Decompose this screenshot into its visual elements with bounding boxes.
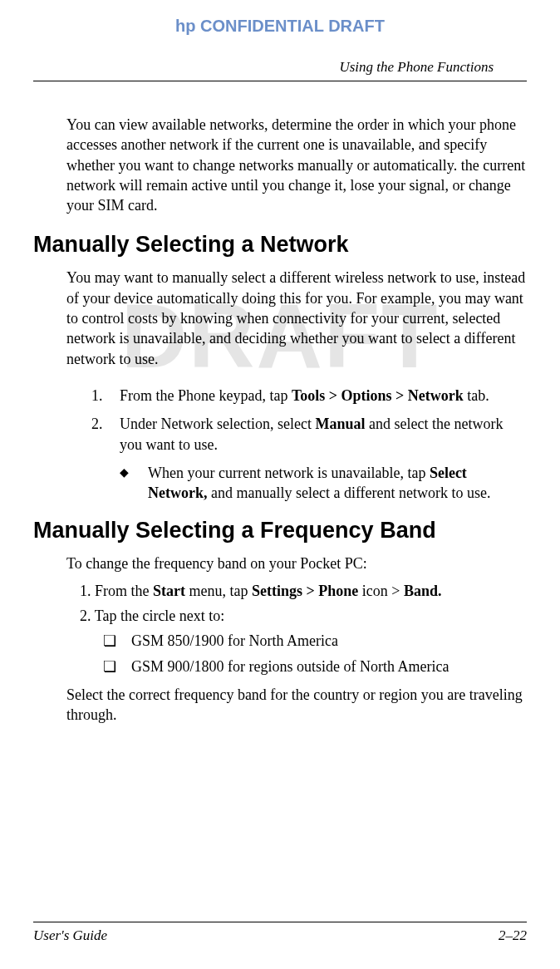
list-item: 2. Tap the circle next to:	[80, 606, 527, 626]
sublist-item: ◆ When your current network is unavailab…	[120, 463, 527, 504]
section1-paragraph: You may want to manually select a differ…	[66, 268, 527, 368]
sublist-item: ❏ GSM 850/1900 for North America	[103, 631, 527, 651]
heading-frequency-band: Manually Selecting a Frequency Band	[33, 518, 527, 544]
option-text: GSM 900/1800 for regions outside of Nort…	[131, 657, 449, 676]
heading-manual-network: Manually Selecting a Network	[33, 232, 527, 258]
closing-paragraph: Select the correct frequency band for th…	[66, 685, 527, 726]
option-text: GSM 850/1900 for North America	[131, 631, 338, 651]
section2-paragraph: To change the frequency band on your Poc…	[66, 553, 527, 573]
sublist-item: ❏ GSM 900/1800 for regions outside of No…	[103, 657, 527, 676]
list-item: 1. From the Phone keypad, tap Tools > Op…	[91, 386, 527, 406]
step-text: Under Network selection, select Manual a…	[120, 414, 527, 455]
list-item: 1. From the Start menu, tap Settings > P…	[80, 581, 527, 601]
square-bullet-icon: ❏	[103, 657, 131, 676]
step-number: 2.	[91, 414, 120, 455]
footer-left: User's Guide	[33, 927, 107, 944]
header-section-title: Using the Phone Functions	[33, 59, 527, 76]
square-bullet-icon: ❏	[103, 631, 131, 651]
diamond-bullet-icon: ◆	[120, 463, 148, 504]
header-banner: hp CONFIDENTIAL DRAFT	[0, 0, 560, 42]
step-text: From the Phone keypad, tap Tools > Optio…	[120, 386, 527, 406]
footer: User's Guide 2–22	[33, 922, 527, 944]
intro-paragraph: You can view available networks, determi…	[66, 115, 527, 215]
step-number: 1.	[91, 386, 120, 406]
sublist-text: When your current network is unavailable…	[148, 463, 527, 504]
footer-page-number: 2–22	[499, 927, 527, 944]
list-item: 2. Under Network selection, select Manua…	[91, 414, 527, 455]
